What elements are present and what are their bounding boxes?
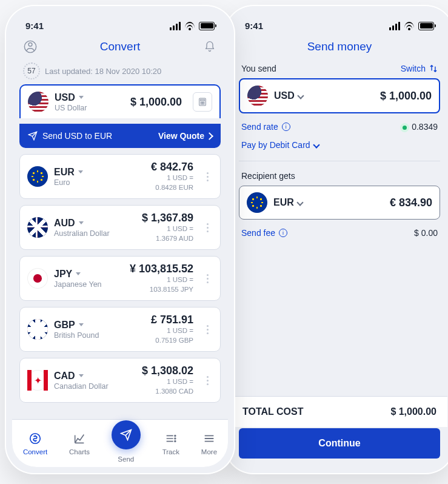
switch-button[interactable]: Switch bbox=[401, 64, 438, 73]
base-name: US Dollar bbox=[55, 104, 87, 112]
currency-row[interactable]: EUR Euro€ 842.761 USD =0.8428 EUR bbox=[19, 154, 221, 199]
caret-down-icon bbox=[79, 96, 84, 99]
base-code[interactable]: USD bbox=[55, 92, 87, 103]
header-spacer bbox=[421, 38, 438, 55]
row-menu-button[interactable] bbox=[202, 325, 213, 334]
currency-row[interactable]: AUD Australian Dollar$ 1,367.891 USD =1.… bbox=[19, 205, 221, 250]
row-menu-button[interactable] bbox=[202, 376, 213, 385]
more-icon bbox=[202, 431, 216, 446]
status-bar: 9:41 bbox=[232, 12, 447, 35]
tab-more[interactable]: More bbox=[201, 431, 217, 455]
send-currency[interactable]: USD bbox=[274, 90, 303, 101]
tab-label: Track bbox=[162, 448, 179, 455]
chevron-down-icon bbox=[297, 92, 304, 99]
you-send-label: You send bbox=[241, 64, 276, 73]
currency-name: Euro bbox=[54, 178, 83, 187]
notifications-button[interactable] bbox=[201, 38, 218, 55]
caret-down-icon bbox=[79, 374, 84, 377]
svg-point-7 bbox=[201, 104, 201, 104]
currency-row[interactable]: JPY Japanese Yen¥ 103,815.521 USD =103.8… bbox=[19, 256, 221, 301]
page-title: Convert bbox=[39, 40, 201, 53]
currency-code[interactable]: AUD bbox=[54, 218, 110, 229]
base-currency-card[interactable]: USD US Dollar $ 1,000.00 bbox=[19, 84, 221, 118]
page-title: Send money bbox=[258, 40, 421, 53]
caret-down-icon bbox=[76, 272, 81, 275]
currency-row[interactable]: GBP British Pound£ 751.911 USD =0.7519 G… bbox=[19, 307, 221, 352]
row-menu-button[interactable] bbox=[202, 172, 213, 181]
phone-send-money: 9:41 Send money You send Switch bbox=[224, 5, 448, 474]
caret-down-icon bbox=[79, 323, 84, 326]
flag-jpy-icon bbox=[27, 268, 48, 289]
currency-name: Japanese Yen bbox=[54, 280, 102, 289]
svg-rect-3 bbox=[201, 99, 205, 101]
recv-amount: € 834.90 bbox=[390, 197, 432, 209]
convert-icon bbox=[28, 431, 42, 446]
chevron-right-icon bbox=[206, 132, 213, 140]
currency-code[interactable]: CAD bbox=[54, 371, 109, 381]
profile-button[interactable] bbox=[22, 38, 39, 55]
row-menu-button[interactable] bbox=[202, 223, 213, 232]
tab-send[interactable]: Send bbox=[112, 424, 141, 463]
caret-down-icon bbox=[79, 221, 84, 224]
currency-code[interactable]: GBP bbox=[54, 320, 99, 331]
svg-point-4 bbox=[201, 102, 201, 103]
svg-point-11 bbox=[175, 435, 176, 437]
chevron-down-icon bbox=[296, 199, 303, 206]
send-amount[interactable]: $ 1,000.00 bbox=[380, 90, 432, 103]
last-updated: Last updated: 18 Nov 2020 10:20 bbox=[45, 67, 161, 76]
currency-row[interactable]: CAD Canadian Dollar$ 1,308.021 USD =1.30… bbox=[19, 358, 221, 403]
wifi-icon bbox=[184, 22, 195, 30]
info-icon bbox=[282, 123, 290, 131]
currency-amount: £ 751.91 bbox=[151, 314, 193, 326]
view-quote-button[interactable]: View Quote bbox=[158, 131, 212, 141]
row-menu-button[interactable] bbox=[202, 274, 213, 283]
currency-rate: 1 USD =1.3080 CAD bbox=[142, 377, 193, 396]
calculator-button[interactable] bbox=[193, 92, 212, 112]
battery-icon bbox=[418, 22, 434, 30]
status-time: 9:41 bbox=[245, 21, 263, 31]
wifi-icon bbox=[404, 22, 415, 30]
status-bar: 9:41 bbox=[12, 12, 228, 35]
currency-rate: 1 USD =0.7519 GBP bbox=[151, 326, 193, 345]
continue-button[interactable]: Continue bbox=[239, 428, 440, 459]
currency-code[interactable]: EUR bbox=[54, 167, 83, 178]
flag-eu-icon bbox=[247, 192, 267, 213]
tab-label: More bbox=[201, 448, 217, 455]
refresh-timer-value: 57 bbox=[27, 67, 35, 75]
send-rate-label[interactable]: Send rate bbox=[241, 122, 290, 132]
recipient-field[interactable]: EUR € 834.90 bbox=[239, 186, 440, 220]
currency-rate: 1 USD =1.3679 AUD bbox=[142, 224, 193, 243]
recipient-label: Recipient gets bbox=[241, 171, 295, 181]
pay-method[interactable]: Pay by Debit Card bbox=[241, 140, 319, 150]
currency-amount: $ 1,308.02 bbox=[142, 365, 193, 377]
currency-code[interactable]: JPY bbox=[54, 269, 102, 280]
total-value: $ 1,000.00 bbox=[390, 406, 436, 417]
svg-point-6 bbox=[204, 102, 204, 103]
total-cost-bar: TOTAL COST $ 1,000.00 bbox=[232, 396, 447, 427]
switch-label: Switch bbox=[401, 64, 426, 73]
svg-point-0 bbox=[28, 42, 32, 46]
tab-convert[interactable]: Convert bbox=[23, 431, 47, 455]
refresh-timer[interactable]: 57 bbox=[23, 62, 40, 79]
currency-name: Australian Dollar bbox=[54, 229, 110, 238]
currency-name: British Pound bbox=[54, 331, 99, 340]
currency-name: Canadian Dollar bbox=[54, 382, 109, 391]
base-amount[interactable]: $ 1,000.00 bbox=[130, 96, 182, 109]
flag-us-icon bbox=[28, 92, 48, 112]
svg-point-13 bbox=[175, 441, 176, 442]
total-label: TOTAL COST bbox=[242, 406, 303, 417]
tab-track[interactable]: Track bbox=[162, 431, 179, 455]
you-send-field[interactable]: USD $ 1,000.00 bbox=[239, 78, 440, 113]
recv-currency[interactable]: EUR bbox=[273, 197, 303, 208]
tab-label: Send bbox=[118, 455, 134, 463]
send-fee-label[interactable]: Send fee bbox=[241, 228, 287, 238]
tab-charts[interactable]: Charts bbox=[69, 431, 90, 455]
chevron-down-icon bbox=[313, 141, 319, 148]
info-icon bbox=[279, 229, 287, 237]
svg-point-9 bbox=[204, 104, 204, 104]
flag-aud-icon bbox=[27, 217, 48, 238]
send-quote-bar[interactable]: Send USD to EUR View Quote bbox=[19, 124, 221, 148]
phone-convert: 9:41 Convert 57 Last upd bbox=[5, 5, 235, 474]
status-time: 9:41 bbox=[25, 21, 44, 31]
currency-amount: ¥ 103,815.52 bbox=[130, 263, 193, 275]
